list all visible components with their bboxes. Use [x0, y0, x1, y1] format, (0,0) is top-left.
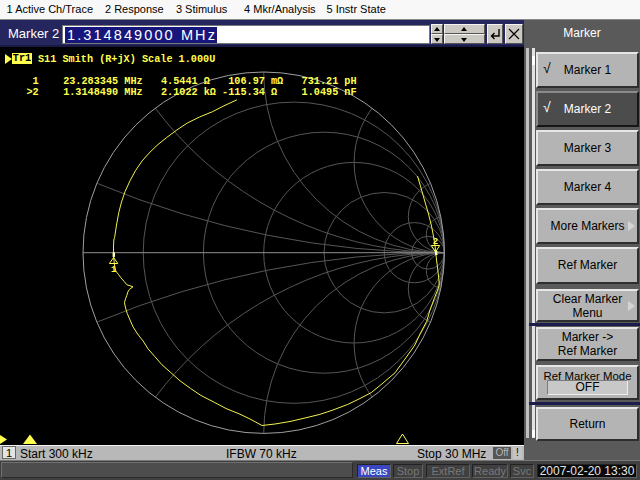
svg-text:1: 1 — [111, 265, 117, 275]
svg-text:2: 2 — [433, 237, 438, 247]
